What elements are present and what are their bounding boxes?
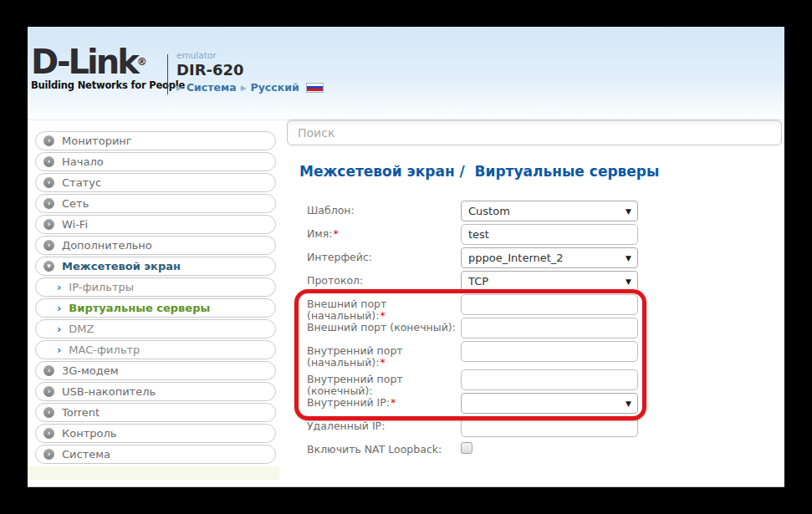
chevron-down-icon: ▼ [626,254,631,262]
sidebar-item-start[interactable]: ›Начало [35,152,276,171]
registered-mark: ® [137,56,147,68]
protocol-select[interactable]: TCP▼ [461,271,638,292]
chevron-down-circle-icon: ▾ [43,261,54,272]
chevron-circle-icon: › [43,219,54,230]
sidebar-item-label: Виртуальные серверы [69,302,210,314]
required-asterisk: * [334,227,339,240]
chevron-circle-icon: › [43,428,54,439]
interface-select[interactable]: pppoe_Internet_2▼ [461,247,638,268]
chevron-right-icon: › [57,323,61,335]
select-value: TCP [468,275,488,288]
form-row-internal-ip: Внутренний IP:* ▼ [307,393,658,416]
sidebar-item-label: IP-фильтры [69,281,134,293]
page-title: Межсетевой экран / Виртуальные серверы [299,163,659,180]
chevron-down-icon: ▼ [626,207,631,216]
header: D-Link® Building Networks for People emu… [28,27,784,120]
russian-flag-icon[interactable] [306,83,324,93]
chevron-right-icon: › [57,302,61,314]
model-name: DIR-620 [176,61,324,79]
sidebar-item-status[interactable]: ›Статус [35,173,276,192]
form-row-internal-port-start: Внутренний порт (начальный):* [307,341,658,369]
sidebar-item-label: Начало [62,155,104,168]
sidebar-item-firewall[interactable]: ▾Межсетевой экран [35,257,276,276]
sidebar-item-label: Мониторинг [62,135,132,147]
sidebar-item-label: Сеть [62,197,89,210]
breadcrumb-system-link[interactable]: Система [186,81,237,94]
form-row-remote-ip: Удаленный IP: [307,416,658,440]
sidebar-footer-strip [28,466,279,480]
sidebar-item-advanced[interactable]: ›Дополнительно [35,236,276,255]
sidebar-item-label: 3G-модем [62,364,119,377]
external-port-end-label: Внешний порт (конечный): [307,318,461,333]
chevron-right-icon: › [57,281,61,293]
external-port-end-input[interactable] [461,318,638,338]
emulator-label: emulator [176,50,324,60]
form-row-interface: Интерфейс: pppoe_Internet_2▼ [307,247,658,271]
chevron-circle-icon: › [43,449,54,460]
sidebar-item-control[interactable]: ›Контроль [35,424,276,443]
breadcrumb-arrow-icon: ▶ [176,84,182,92]
internal-port-start-label: Внутренний порт (начальный):* [307,341,461,369]
select-value: Custom [468,205,510,217]
chevron-down-icon: ▼ [626,399,631,408]
chevron-circle-icon: › [43,386,54,397]
sidebar-item-network[interactable]: ›Сеть [35,194,276,213]
sidebar-item-system[interactable]: ›Система [35,445,276,464]
header-divider [167,54,168,94]
name-input[interactable] [461,224,638,245]
form-row-nat-loopback: Включить NAT Loopback: [307,440,658,461]
model-block: emulator DIR-620 ▶ Система ▶ Русский [176,50,324,94]
sidebar-menu: ›Мониторинг ›Начало ›Статус ›Сеть ›Wi-Fi… [35,131,276,466]
sidebar-item-usb-storage[interactable]: ›USB-накопитель [35,382,276,401]
sidebar-item-dmz[interactable]: ›DMZ [35,319,276,338]
chevron-circle-icon: › [43,156,54,167]
required-asterisk: * [391,396,396,409]
sidebar-item-mac-filter[interactable]: ›MAC-фильтр [35,340,276,359]
virtual-servers-form: Шаблон: Custom▼ Имя:* Интерфейс: pppoe_I… [307,201,658,461]
sidebar-item-label: Wi-Fi [62,218,88,231]
nat-loopback-checkbox[interactable] [461,442,472,454]
select-value: pppoe_Internet_2 [468,252,564,264]
internal-port-start-input[interactable] [461,341,638,362]
sidebar-item-wifi[interactable]: ›Wi-Fi [35,215,276,234]
sidebar-item-ip-filters[interactable]: ›IP-фильтры [35,277,276,297]
chevron-right-icon: › [57,344,61,356]
form-row-external-port-end: Внешний порт (конечный): [307,318,658,341]
sidebar-item-virtual-servers[interactable]: ›Виртуальные серверы [35,298,276,318]
protocol-label: Протокол: [307,271,461,287]
remote-ip-label: Удаленный IP: [307,416,461,432]
sidebar-item-label: Дополнительно [62,239,152,252]
router-admin-page: D-Link® Building Networks for People emu… [28,27,784,487]
chevron-circle-icon: › [43,240,54,251]
internal-ip-select[interactable]: ▼ [461,393,638,414]
chevron-circle-icon: › [43,407,54,418]
chevron-circle-icon: › [43,365,54,376]
form-row-protocol: Протокол: TCP▼ [307,271,658,294]
breadcrumb: ▶ Система ▶ Русский [176,81,324,94]
sidebar-item-label: Система [62,448,110,461]
breadcrumb-language-link[interactable]: Русский [251,81,299,94]
chevron-circle-icon: › [43,177,54,188]
form-row-external-port-start: Внешний порт (начальный):* [307,294,658,318]
template-label: Шаблон: [307,201,461,216]
sidebar-item-torrent[interactable]: ›Torrent [35,403,276,422]
search-input[interactable] [287,120,782,145]
sidebar-item-monitoring[interactable]: ›Мониторинг [35,131,276,150]
name-label: Имя:* [307,224,461,240]
remote-ip-input[interactable] [461,416,638,437]
required-asterisk: * [380,356,385,369]
form-row-template: Шаблон: Custom▼ [307,201,658,224]
breadcrumb-arrow-icon: ▶ [241,84,247,92]
sidebar-item-label: Контроль [62,427,116,440]
sidebar-item-label: DMZ [69,323,94,335]
external-port-start-input[interactable] [461,294,638,315]
chevron-down-icon: ▼ [626,277,631,286]
internal-port-end-input[interactable] [461,369,638,390]
form-row-name: Имя:* [307,224,658,247]
sidebar-item-label: MAC-фильтр [69,344,140,356]
chevron-circle-icon: › [43,135,54,146]
internal-ip-label: Внутренний IP:* [307,393,461,409]
template-select[interactable]: Custom▼ [461,201,638,221]
sidebar-item-label: Статус [62,176,101,189]
sidebar-item-3g-modem[interactable]: ›3G-модем [35,361,276,380]
